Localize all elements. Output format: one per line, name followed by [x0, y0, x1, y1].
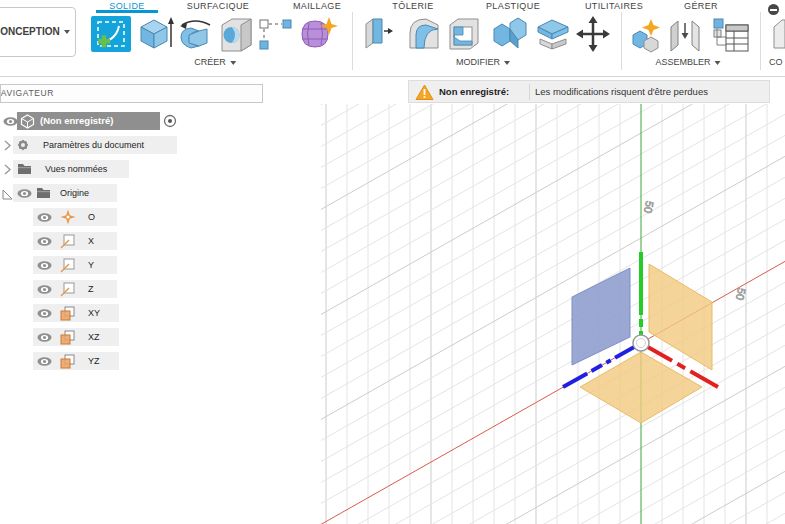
warning-triangle-icon: [415, 84, 434, 101]
bom-table-button[interactable]: [712, 15, 750, 53]
move-button[interactable]: [576, 15, 610, 53]
activate-component-radio-icon[interactable]: [163, 114, 177, 128]
browser-row-document-settings[interactable]: Paramètres du document: [0, 136, 200, 154]
browser-row-x-axis[interactable]: X: [0, 232, 200, 250]
row-label: Z: [88, 280, 94, 298]
joint-button[interactable]: [668, 15, 702, 53]
fillet-button[interactable]: [406, 15, 442, 53]
gear-icon: [16, 138, 30, 152]
offset-face-button[interactable]: [534, 15, 572, 53]
toolbar-separator: [621, 12, 622, 70]
expand-chevron-icon[interactable]: [3, 164, 12, 175]
revolve-button[interactable]: [177, 15, 217, 53]
browser-row-root-document[interactable]: (Non enregistré): [0, 112, 200, 130]
plane-icon: [60, 306, 75, 321]
browser-row-yz-plane[interactable]: YZ: [0, 352, 200, 370]
row-label: Paramètres du document: [43, 136, 144, 154]
browser-row-origin[interactable]: Origine: [0, 184, 200, 202]
origin-point-icon: [60, 209, 76, 225]
design-menu-label: CONCEPTION: [0, 26, 60, 37]
create-form-button[interactable]: [298, 15, 338, 53]
visibility-eye-icon[interactable]: [37, 333, 52, 342]
axis-icon: [60, 234, 75, 249]
collapse-triangle-icon[interactable]: [2, 188, 14, 200]
assemble-group-dropdown[interactable]: ASSEMBLER: [655, 57, 720, 67]
combine-button[interactable]: [490, 15, 530, 53]
plane-icon: [60, 330, 75, 345]
press-pull-button[interactable]: [362, 15, 394, 53]
browser-row-origin-point[interactable]: O: [0, 208, 200, 226]
folder-icon: [36, 187, 51, 199]
hole-button[interactable]: [218, 15, 255, 53]
visibility-eye-icon[interactable]: [37, 261, 52, 270]
warning-message: Les modifications risquent d'être perdue…: [535, 86, 708, 97]
visibility-eye-icon[interactable]: [17, 189, 32, 198]
active-tab-underline: [96, 10, 158, 13]
tab-gerer[interactable]: GÉRER: [684, 1, 718, 11]
row-label: Vues nommées: [45, 160, 107, 178]
tab-utilitaires[interactable]: UTILITAIRES: [585, 1, 643, 11]
origin-plane-bottom-orange[interactable]: [580, 352, 702, 423]
chevron-down-icon: [230, 61, 236, 65]
plane-icon: [60, 354, 75, 369]
row-label: X: [88, 232, 94, 250]
tab-surfacique[interactable]: SURFACIQUE: [187, 1, 250, 11]
navigator-title: NAVIGATEUR: [0, 88, 54, 98]
toolbar-separator: [760, 12, 761, 70]
origin-plane-left-blue[interactable]: [572, 268, 630, 365]
row-label: Y: [88, 256, 94, 274]
row-label: O: [88, 208, 95, 226]
x-axis-line: [321, 261, 785, 524]
row-label: Origine: [60, 184, 89, 202]
toolbar-separator: [352, 12, 353, 70]
collapse-panel-button[interactable]: [768, 4, 779, 15]
visibility-eye-icon[interactable]: [37, 285, 52, 294]
ribbon-toolbar: SOLIDE SURFACIQUE MAILLAGE TÔLERIE PLAST…: [0, 0, 785, 77]
isometric-grid: [321, 104, 785, 524]
unsaved-warning-bar: Non enregistré: Les modifications risque…: [408, 80, 770, 103]
chevron-down-icon: [504, 61, 510, 65]
tab-maillage[interactable]: MAILLAGE: [293, 1, 341, 11]
axis-icon: [60, 282, 75, 297]
browser-row-named-views[interactable]: Vues nommées: [0, 160, 200, 178]
axis-icon: [60, 258, 75, 273]
chevron-down-icon: [715, 61, 721, 65]
tab-tolerie[interactable]: TÔLERIE: [392, 1, 433, 11]
component-cube-icon: [20, 114, 35, 129]
tab-plastique[interactable]: PLASTIQUE: [486, 1, 540, 11]
grid-scale-label-diagonal: 50: [734, 287, 748, 301]
chevron-down-icon: [64, 30, 70, 34]
row-label: YZ: [88, 352, 100, 370]
create-group-dropdown[interactable]: CRÉER: [194, 57, 236, 67]
divider: [529, 84, 530, 100]
visibility-eye-icon[interactable]: [37, 309, 52, 318]
root-document-name: (Non enregistré): [40, 112, 113, 130]
visibility-eye-icon[interactable]: [37, 213, 52, 222]
browser-row-xz-plane[interactable]: XZ: [0, 328, 200, 346]
row-label: XY: [88, 304, 100, 322]
navigator-panel-header: NAVIGATEUR: [0, 84, 263, 103]
folder-icon: [17, 163, 32, 175]
browser-row-y-axis[interactable]: Y: [0, 256, 200, 274]
browser-row-z-axis[interactable]: Z: [0, 280, 200, 298]
configure-group-icon-partial[interactable]: [772, 15, 785, 53]
row-label: XZ: [88, 328, 100, 346]
modify-group-dropdown[interactable]: MODIFIER: [456, 57, 510, 67]
expand-chevron-icon[interactable]: [3, 140, 12, 151]
design-type-dropdown[interactable]: CONCEPTION: [0, 7, 76, 57]
visibility-eye-icon[interactable]: [37, 237, 52, 246]
configure-group-label-partial: CO: [769, 57, 783, 67]
origin-handle[interactable]: [633, 335, 649, 351]
browser-row-xy-plane[interactable]: XY: [0, 304, 200, 322]
new-component-button[interactable]: [630, 15, 662, 53]
rectangular-pattern-button[interactable]: [256, 15, 296, 53]
3d-canvas[interactable]: 50 50: [321, 104, 785, 524]
shell-button[interactable]: [446, 15, 482, 53]
extrude-button[interactable]: [136, 15, 176, 53]
create-sketch-button[interactable]: [90, 15, 134, 53]
visibility-eye-icon[interactable]: [37, 357, 52, 366]
visibility-eye-icon[interactable]: [3, 117, 18, 126]
warning-title: Non enregistré:: [439, 86, 509, 97]
grid-scale-label-vertical: 50: [642, 200, 656, 214]
